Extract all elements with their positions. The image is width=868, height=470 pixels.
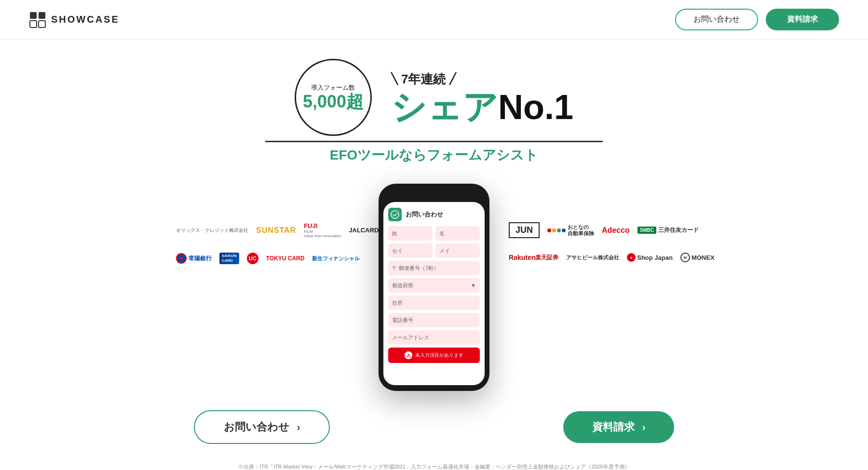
header-buttons: お問い合わせ 資料請求 <box>675 9 839 30</box>
logo-text: SHOWCASE <box>51 14 120 25</box>
subtitle-wrapper: EFOツールならフォームアシスト <box>265 141 603 164</box>
circle-badge: 導入フォーム数 5,000超 <box>295 59 372 136</box>
phone-address-field: 住所 <box>388 295 480 310</box>
share-label: シェア <box>391 88 498 126</box>
phone-prefecture-field: 都道府県 ▼ <box>388 278 480 293</box>
circle-label: 導入フォーム数 <box>311 84 355 92</box>
phone-header: お問い合わせ <box>388 208 480 221</box>
underline-bar <box>265 141 603 142</box>
phone-address-row: 住所 <box>388 295 480 310</box>
phone-container: お問い合わせ 姓 名 セイ メイ <box>379 184 489 391</box>
phone-firstname-field: 名 <box>435 226 480 241</box>
logo-row-left-1: オリックス・クレジット株式会社 SUNSTAR FUJIFILMValue fr… <box>176 222 359 238</box>
cta-request-arrow: › <box>642 422 646 433</box>
brand-otona: おとなの自動車保険 <box>547 224 594 236</box>
phone-phone-field: 電話番号 <box>388 313 480 327</box>
brand-adecco: Adecco <box>602 226 630 235</box>
brand-joyo: 常陽銀行 <box>176 253 212 264</box>
seven-years-row: ╲ 7年連続 ╱ <box>391 71 456 88</box>
cta-contact-label: お問い合わせ <box>224 420 289 434</box>
brand-smbc: SMBC 三井住友カード <box>637 226 699 234</box>
showcase-logo-icon <box>29 11 46 28</box>
phone-kana-row: セイ メイ <box>388 243 480 258</box>
phone-email-row: メールアドレス <box>388 330 480 345</box>
logo-row-right-2: Rakuten楽天証券 アサヒビール株式会社 ● Shop Japan M MO… <box>509 253 715 262</box>
hero-section: 導入フォーム数 5,000超 ╲ 7年連続 ╱ シェアNo.1 EFOツールなら… <box>0 40 868 179</box>
brand-shopjapan: ● Shop Japan <box>627 253 673 262</box>
logo-row-left-2: 常陽銀行 SAISONCARD UC TOKYU CARD 新生フィナンシャル <box>176 253 359 264</box>
phone-logo <box>388 208 402 221</box>
phone-screen: お問い合わせ 姓 名 セイ メイ <box>383 202 485 385</box>
main-content: オリックス・クレジット株式会社 SUNSTAR FUJIFILMValue fr… <box>0 184 868 391</box>
brand-rakuten: Rakuten楽天証券 <box>509 254 558 262</box>
phone-name-row: 姓 名 <box>388 226 480 241</box>
logos-right: JUN おとなの自動車保険 Adecco SMBC 三井住友カード Rakute… <box>509 222 692 262</box>
footer-note-text: ※出典：ITR「ITR Market View：メール/Webマーケティング市場… <box>238 464 629 470</box>
phone-lastname-kana-field: セイ <box>388 243 433 258</box>
svg-rect-1 <box>39 12 45 19</box>
logo-area: SHOWCASE <box>29 11 120 28</box>
svg-rect-0 <box>30 12 37 19</box>
cta-contact-arrow: › <box>297 422 300 433</box>
phone-title: お問い合わせ <box>406 210 443 219</box>
hero-subtitle: EFOツールならフォームアシスト <box>330 146 539 164</box>
phone-firstname-kana-field: メイ <box>435 243 480 258</box>
footer-note: ※出典：ITR「ITR Market View：メール/Webマーケティング市場… <box>0 458 868 470</box>
phone-postal-field: 〒 郵便番号（7桁） <box>388 261 480 275</box>
no1-label: No.1 <box>498 88 573 126</box>
cta-request-label: 資料請求 <box>592 420 635 434</box>
circle-number: 5,000超 <box>303 92 364 111</box>
share-no1: シェアNo.1 <box>391 90 573 124</box>
brand-orix: オリックス・クレジット株式会社 <box>176 227 248 234</box>
header-request-button[interactable]: 資料請求 <box>766 9 839 30</box>
brand-jun: JUN <box>509 222 540 238</box>
phone-lastname-field: 姓 <box>388 226 433 241</box>
brand-uc: UC <box>247 253 258 264</box>
phone-email-field: メールアドレス <box>388 330 480 345</box>
bottom-cta: お問い合わせ › 資料請求 › <box>0 396 868 458</box>
phone-mockup: お問い合わせ 姓 名 セイ メイ <box>379 184 489 391</box>
slash-right: ╱ <box>449 73 456 85</box>
slash-left: ╲ <box>391 73 397 85</box>
seven-years-text: 7年連続 <box>401 71 446 88</box>
svg-point-4 <box>391 211 399 218</box>
header: SHOWCASE お問い合わせ 資料請求 <box>0 0 868 40</box>
brand-fujifilm: FUJIFILMValue from Innovation <box>304 222 341 238</box>
phone-error-message: ⚠ 未入力項目があります <box>388 348 480 363</box>
phone-prefecture-row: 都道府県 ▼ <box>388 278 480 293</box>
svg-rect-3 <box>39 21 45 27</box>
error-icon: ⚠ <box>405 351 412 359</box>
cta-contact-button[interactable]: お問い合わせ › <box>194 410 330 444</box>
brand-sunstar: SUNSTAR <box>256 226 296 235</box>
phone-postal-row: 〒 郵便番号（7桁） <box>388 261 480 275</box>
logo-row-right-1: JUN おとなの自動車保険 Adecco SMBC 三井住友カード <box>509 222 699 238</box>
logos-left: オリックス・クレジット株式会社 SUNSTAR FUJIFILMValue fr… <box>176 222 359 264</box>
svg-rect-2 <box>30 21 37 27</box>
brand-monex: M MONEX <box>680 253 715 262</box>
brand-asahi: アサヒビール株式会社 <box>566 254 619 261</box>
brand-shinsei: 新生フィナンシャル <box>312 255 360 262</box>
header-contact-button[interactable]: お問い合わせ <box>675 9 758 30</box>
phone-notch <box>415 189 453 199</box>
hero-top: 導入フォーム数 5,000超 ╲ 7年連続 ╱ シェアNo.1 <box>295 59 573 136</box>
brand-tokyu: TOKYU CARD <box>266 255 305 262</box>
cta-request-button[interactable]: 資料請求 › <box>563 411 675 443</box>
phone-phone-row: 電話番号 <box>388 313 480 327</box>
hero-right: ╲ 7年連続 ╱ シェアNo.1 <box>391 71 573 124</box>
brand-saison: SAISONCARD <box>219 253 239 264</box>
